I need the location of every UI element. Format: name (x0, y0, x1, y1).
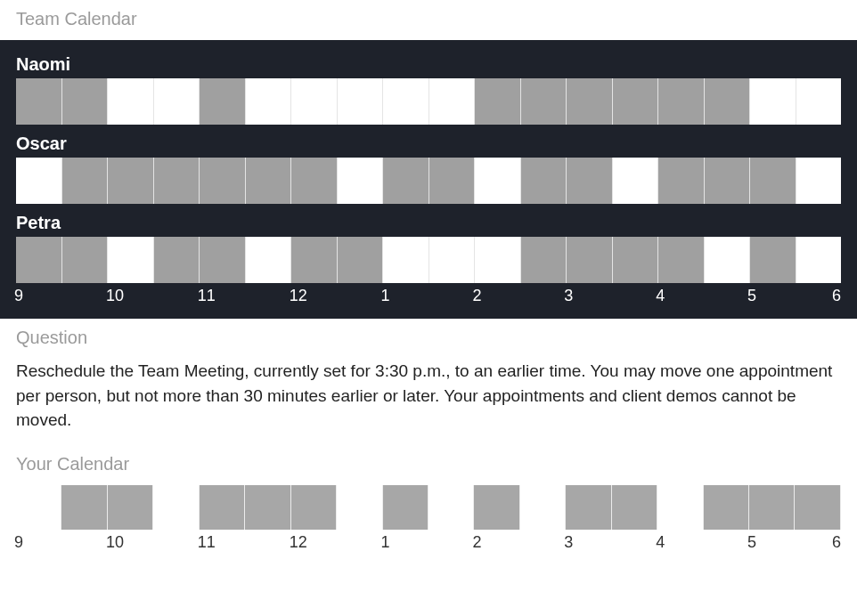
naomi-slot-3[interactable] (154, 78, 200, 125)
petra-slot-9[interactable] (429, 237, 476, 283)
naomi-slot-12[interactable] (567, 78, 613, 125)
tick-12: 12 (290, 533, 307, 552)
question-heading: Question (0, 319, 857, 359)
your-slot-12[interactable] (566, 485, 611, 530)
your-slot-14[interactable] (657, 485, 703, 530)
timeline-petra (16, 237, 841, 283)
petra-slot-8[interactable] (383, 237, 429, 283)
naomi-slot-11[interactable] (521, 78, 567, 125)
your-time-axis: 9101112123456 (0, 533, 857, 555)
petra-slot-14[interactable] (658, 237, 705, 283)
naomi-slot-16[interactable] (750, 78, 796, 125)
naomi-slot-9[interactable] (429, 78, 476, 125)
oscar-slot-2[interactable] (108, 158, 154, 204)
oscar-slot-13[interactable] (613, 158, 659, 204)
naomi-slot-8[interactable] (383, 78, 429, 125)
tick-5: 5 (747, 533, 756, 552)
naomi-slot-17[interactable] (796, 78, 842, 125)
oscar-slot-9[interactable] (429, 158, 476, 204)
your-timeline (16, 485, 841, 530)
petra-slot-4[interactable] (200, 237, 246, 283)
your-slot-15[interactable] (704, 485, 749, 530)
team-calendar-heading: Team Calendar (0, 0, 857, 40)
petra-slot-13[interactable] (613, 237, 659, 283)
oscar-slot-16[interactable] (750, 158, 796, 204)
oscar-slot-15[interactable] (705, 158, 751, 204)
petra-slot-10[interactable] (475, 237, 521, 283)
tick-11: 11 (198, 533, 216, 552)
your-slot-6[interactable] (291, 485, 337, 530)
naomi-slot-6[interactable] (291, 78, 338, 125)
tick-10: 10 (106, 287, 124, 305)
tick-9: 9 (14, 533, 23, 552)
timeline-oscar (16, 158, 841, 204)
tick-1: 1 (381, 287, 390, 305)
oscar-slot-11[interactable] (521, 158, 567, 204)
oscar-slot-0[interactable] (16, 158, 62, 204)
your-slot-9[interactable] (428, 485, 474, 530)
your-slot-0[interactable] (16, 485, 61, 530)
naomi-slot-0[interactable] (16, 78, 62, 125)
your-slot-2[interactable] (108, 485, 153, 530)
your-slot-1[interactable] (61, 485, 107, 530)
tick-9: 9 (14, 287, 23, 305)
naomi-slot-7[interactable] (338, 78, 384, 125)
petra-slot-1[interactable] (62, 237, 109, 283)
oscar-slot-8[interactable] (383, 158, 429, 204)
oscar-slot-5[interactable] (246, 158, 292, 204)
petra-slot-12[interactable] (567, 237, 613, 283)
person-row-oscar: Oscar (0, 125, 857, 204)
timeline-naomi (16, 78, 841, 125)
person-name-petra: Petra (16, 204, 841, 237)
naomi-slot-13[interactable] (613, 78, 659, 125)
tick-3: 3 (564, 533, 573, 552)
petra-slot-7[interactable] (338, 237, 384, 283)
oscar-slot-7[interactable] (338, 158, 384, 204)
your-slot-13[interactable] (612, 485, 657, 530)
your-slot-17[interactable] (795, 485, 840, 530)
oscar-slot-4[interactable] (200, 158, 246, 204)
naomi-slot-2[interactable] (108, 78, 154, 125)
naomi-slot-4[interactable] (200, 78, 246, 125)
your-slot-4[interactable] (200, 485, 245, 530)
tick-2: 2 (472, 287, 481, 305)
tick-10: 10 (106, 533, 124, 552)
person-row-naomi: Naomi (0, 45, 857, 125)
oscar-slot-3[interactable] (154, 158, 200, 204)
petra-slot-5[interactable] (246, 237, 292, 283)
oscar-slot-1[interactable] (62, 158, 109, 204)
petra-slot-15[interactable] (705, 237, 751, 283)
your-slot-11[interactable] (520, 485, 566, 530)
oscar-slot-12[interactable] (567, 158, 613, 204)
person-row-petra: Petra (0, 204, 857, 283)
oscar-slot-17[interactable] (796, 158, 842, 204)
question-text: Reschedule the Team Meeting, currently s… (0, 359, 857, 445)
your-calendar-heading: Your Calendar (0, 445, 857, 485)
your-slot-3[interactable] (153, 485, 199, 530)
your-slot-7[interactable] (337, 485, 382, 530)
petra-slot-16[interactable] (750, 237, 796, 283)
your-slot-10[interactable] (474, 485, 519, 530)
naomi-slot-10[interactable] (475, 78, 521, 125)
petra-slot-3[interactable] (154, 237, 200, 283)
oscar-slot-14[interactable] (658, 158, 705, 204)
petra-slot-6[interactable] (291, 237, 338, 283)
petra-slot-2[interactable] (108, 237, 154, 283)
tick-2: 2 (472, 533, 481, 552)
petra-slot-17[interactable] (796, 237, 842, 283)
your-slot-16[interactable] (749, 485, 795, 530)
tick-6: 6 (832, 533, 841, 552)
oscar-slot-10[interactable] (475, 158, 521, 204)
person-name-naomi: Naomi (16, 45, 841, 78)
naomi-slot-14[interactable] (658, 78, 705, 125)
tick-3: 3 (564, 287, 573, 305)
your-slot-5[interactable] (245, 485, 290, 530)
naomi-slot-1[interactable] (62, 78, 109, 125)
petra-slot-0[interactable] (16, 237, 62, 283)
petra-slot-11[interactable] (521, 237, 567, 283)
oscar-slot-6[interactable] (291, 158, 338, 204)
naomi-slot-5[interactable] (246, 78, 292, 125)
your-slot-8[interactable] (383, 485, 428, 530)
team-time-axis: 9101112123456 (0, 287, 857, 308)
naomi-slot-15[interactable] (705, 78, 751, 125)
